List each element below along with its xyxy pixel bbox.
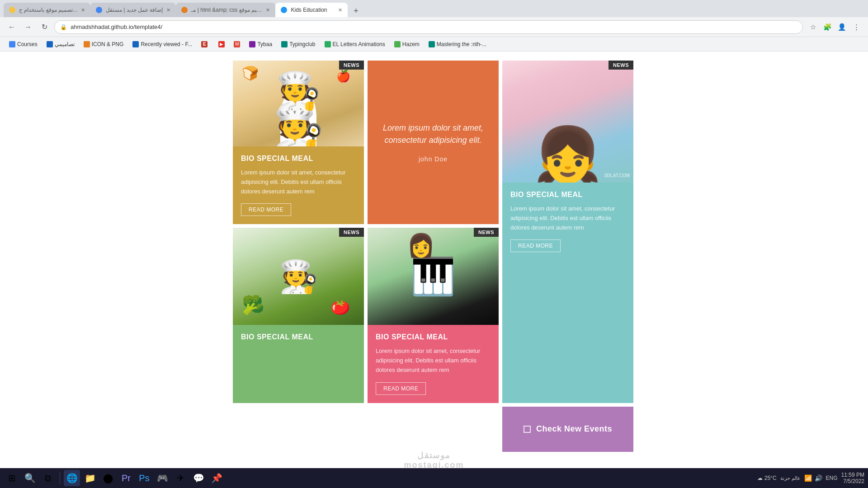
- tab-1[interactable]: تصميم موقع باستخدام ح... ✕: [4, 3, 90, 17]
- tab-4-active[interactable]: Kids Education ✕: [275, 3, 348, 17]
- card-2: Lorem ipsum dolor sit amet, consectetur …: [368, 61, 499, 224]
- tab-3-close[interactable]: ✕: [266, 7, 270, 13]
- address-bar[interactable]: 🔒 ahmadshhadat.github.io/template4/: [54, 20, 803, 34]
- new-tab-button[interactable]: +: [349, 5, 362, 17]
- star-icon[interactable]: ☆: [807, 21, 819, 33]
- tab-1-close[interactable]: ✕: [81, 7, 85, 13]
- edge-icon[interactable]: 🌐: [64, 470, 80, 486]
- taskbar-separator-1: [60, 472, 60, 484]
- lock-icon: 🔒: [60, 24, 67, 30]
- card-1: NEWS 🧑‍🍳 🍞 🍎 BIO SPECIAL MEAL Lorem ipsu…: [233, 61, 364, 224]
- bookmark-mastering[interactable]: Mastering the :nth-...: [425, 40, 490, 48]
- extensions-icon[interactable]: 🧩: [821, 21, 834, 33]
- card-5-title: BIO SPECIAL MEAL: [241, 333, 356, 341]
- card-3-read-more[interactable]: READ MORE: [510, 239, 561, 252]
- bookmark-typingclub[interactable]: Typingclub: [278, 40, 319, 48]
- card-1-read-more[interactable]: READ MORE: [241, 203, 291, 216]
- bookmark-el-letters-label: EL Letters Animations: [333, 41, 385, 47]
- bookmark-courses-icon: [9, 41, 15, 47]
- card-4-body: BIO SPECIAL MEAL Lorem ipsum dolor sit a…: [368, 325, 499, 403]
- chef-emoji: 🧑‍🍳: [273, 103, 324, 146]
- bookmark-hazem-icon: [394, 41, 401, 47]
- clock: 11:59 PM 7/5/2022: [841, 472, 864, 484]
- watermark-arabic: موستقل: [404, 450, 464, 460]
- card-3: NEWS 👧 3DLAT.COM BIO SPECIAL MEAL Lorem …: [502, 61, 633, 403]
- card-4-image: 🎹 👩: [368, 228, 499, 325]
- bookmark-mastering-icon: [429, 41, 435, 47]
- testimonial-text: Lorem ipsum dolor sit amet, consectetur …: [378, 122, 488, 146]
- volume-icon: 🔊: [815, 474, 822, 482]
- tab-4-close[interactable]: ✕: [338, 7, 342, 13]
- language-display: ENG: [826, 475, 838, 481]
- bookmark-mastering-label: Mastering the :nth-...: [437, 41, 486, 47]
- bookmark-designs[interactable]: تصاميمي: [43, 40, 78, 48]
- card-5-badge: NEWS: [339, 228, 364, 237]
- card-4-read-more[interactable]: READ MORE: [376, 382, 426, 395]
- back-button[interactable]: ←: [5, 21, 18, 33]
- tab-2-label: إضافة عمل جديد | مستقل: [106, 7, 163, 13]
- start-button[interactable]: ⊞: [4, 470, 20, 486]
- watermark: موستقل mostaqi.com: [404, 450, 464, 470]
- taskbar: ⊞ 🔍 ⧉ 🌐 📁 ⬤ Pr Ps 🎮 ✈ 💬 📌 ☁ 25°C عالم حز…: [0, 468, 868, 488]
- card-6[interactable]: Check New Events: [502, 407, 633, 452]
- bookmark-gmail[interactable]: M: [230, 40, 244, 48]
- premiere-icon[interactable]: Pr: [118, 470, 134, 486]
- check-events-text: Check New Events: [536, 424, 612, 434]
- bookmark-tybaa-icon: [249, 41, 255, 47]
- card-1-text: Lorem ipsum dolor sit amet, consectetur …: [241, 168, 356, 196]
- explorer-icon[interactable]: 📁: [82, 470, 98, 486]
- photoshop-icon[interactable]: Ps: [136, 470, 152, 486]
- bookmark-tybaa-label: Tybaa: [257, 41, 272, 47]
- chrome-icon[interactable]: ⬤: [100, 470, 116, 486]
- misc-icon[interactable]: 📌: [208, 470, 225, 486]
- taskview-button[interactable]: ⧉: [40, 470, 56, 486]
- bookmark-e[interactable]: E: [198, 40, 213, 48]
- bookmark-designs-icon: [47, 41, 53, 47]
- vegetable-emoji: 🥦: [242, 295, 264, 316]
- apple-emoji: 🍎: [336, 70, 350, 83]
- bookmark-icon-png-label: ICON & PNG: [92, 41, 124, 47]
- refresh-button[interactable]: ↻: [38, 21, 51, 33]
- telegram-icon[interactable]: ✈: [172, 470, 189, 486]
- tab-4-icon: [281, 7, 287, 13]
- tab-3[interactable]: مـ | html &amp; css تصميم موقع... ✕: [176, 3, 275, 17]
- bookmark-icon-png[interactable]: ICON & PNG: [80, 40, 127, 48]
- address-text: ahmadshhadat.github.io/template4/: [71, 23, 797, 30]
- bookmark-el-letters[interactable]: EL Letters Animations: [321, 40, 389, 48]
- card-3-text: Lorem ipsum dolor sit amet, consectetur …: [510, 204, 625, 232]
- testimonial-author: john Doe: [378, 155, 488, 163]
- bookmark-typingclub-icon: [281, 41, 288, 47]
- card-5-image: 🧑‍🍳 🥦 🍅: [233, 228, 364, 325]
- tab-1-label: تصميم موقع باستخدام ح...: [19, 7, 77, 13]
- bookmark-recently-icon: [132, 41, 139, 47]
- card-4-text: Lorem ipsum dolor sit amet, consectetur …: [376, 347, 491, 375]
- search-button[interactable]: 🔍: [22, 470, 38, 486]
- card-3-body: BIO SPECIAL MEAL Lorem ipsum dolor sit a…: [502, 183, 633, 260]
- tab-3-label: مـ | html &amp; css تصميم موقع...: [191, 7, 262, 13]
- bookmark-tybaa[interactable]: Tybaa: [245, 40, 276, 48]
- check-icon: [524, 426, 531, 433]
- bookmark-hazem[interactable]: Hazem: [391, 40, 423, 48]
- bookmark-recently[interactable]: Recently viewed - F...: [129, 40, 196, 48]
- tomato-emoji: 🍅: [330, 297, 350, 316]
- menu-icon[interactable]: ⋮: [850, 21, 863, 33]
- cards-grid: NEWS 🧑‍🍳 🍞 🍎 BIO SPECIAL MEAL Lorem ipsu…: [233, 61, 635, 452]
- bookmark-courses[interactable]: Courses: [5, 40, 41, 48]
- bookmark-designs-label: تصاميمي: [55, 41, 75, 47]
- tab-2-close[interactable]: ✕: [166, 7, 170, 13]
- piano-emoji: 🎹: [410, 255, 456, 298]
- nav-bar: ← → ↻ 🔒 ahmadshhadat.github.io/template4…: [0, 17, 868, 37]
- card-1-body: BIO SPECIAL MEAL Lorem ipsum dolor sit a…: [233, 146, 364, 224]
- tab-2-icon: [96, 7, 102, 13]
- card-4: NEWS 🎹 👩 BIO SPECIAL MEAL Lorem ipsum do…: [368, 228, 499, 403]
- bookmark-y[interactable]: ▶: [215, 40, 228, 48]
- main-content: NEWS 🧑‍🍳 🍞 🍎 BIO SPECIAL MEAL Lorem ipsu…: [0, 52, 868, 461]
- tab-2[interactable]: إضافة عمل جديد | مستقل ✕: [90, 3, 176, 17]
- forward-button[interactable]: →: [22, 21, 34, 33]
- girl-piano-emoji: 👩: [407, 232, 435, 258]
- bookmarks-bar: Courses تصاميمي ICON & PNG Recently view…: [0, 37, 868, 52]
- card-5-body: BIO SPECIAL MEAL: [233, 325, 364, 351]
- steam-icon[interactable]: 🎮: [154, 470, 170, 486]
- whatsapp-icon[interactable]: 💬: [190, 470, 207, 486]
- profile-icon[interactable]: 👤: [835, 21, 848, 33]
